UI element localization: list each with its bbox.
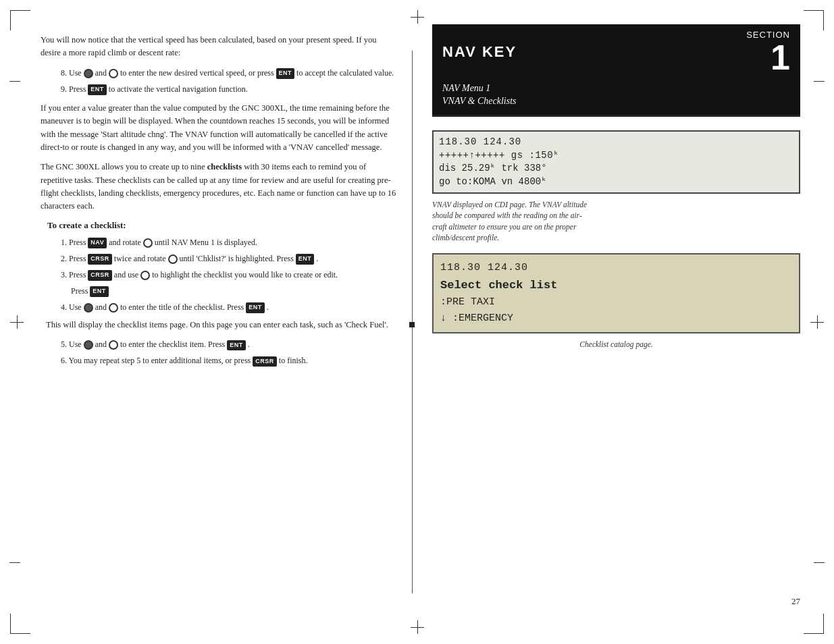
knob-5 <box>109 340 118 350</box>
page-number: 27 <box>791 596 800 607</box>
ent-badge-3: ENT <box>296 254 315 265</box>
screen1-line3: dis 25.29ᵏ trk 338° <box>439 162 793 176</box>
checklist-header: To create a checklist: <box>47 220 398 231</box>
checklist-step-5: 5. Use and to enter the checklist item. … <box>61 338 398 350</box>
screen2-line3: :PRE TAXI <box>440 294 792 311</box>
knob-2 <box>168 254 178 264</box>
crsr-badge-3: CRSR <box>253 356 277 367</box>
checklist-step-3: 3. Press CRSR and use to highlight the c… <box>61 269 398 281</box>
checklist-step-6: 6. You may repeat step 5 to enter additi… <box>61 354 398 367</box>
checklist-step-2: 2. Press CRSR twice and rotate until 'Ch… <box>61 252 398 265</box>
ent-badge-5: ENT <box>246 302 265 313</box>
ent-badge: ENT <box>276 68 295 79</box>
ent-badge-6: ENT <box>227 340 246 351</box>
crsr-badge: CRSR <box>88 254 112 265</box>
screen1-line1: 118.30 124.30 <box>439 136 793 149</box>
knob-filled-3 <box>84 340 93 350</box>
screen2-line2: Select check list <box>440 276 792 294</box>
section-number: 1 <box>746 40 790 75</box>
para2: If you enter a value greater than the va… <box>41 102 398 155</box>
checklist-step-4: 4. Use and to enter the title of the che… <box>61 301 398 313</box>
checklist-display-screen: 118.30 124.30 Select check list :PRE TAX… <box>432 253 800 333</box>
intro-paragraph: You will now notice that the vertical sp… <box>41 34 398 60</box>
knob-4 <box>109 303 118 313</box>
display-note: This will display the checklist items pa… <box>46 319 398 331</box>
vnav-caption: VNAV displayed on CDI page. The VNAV alt… <box>432 199 800 242</box>
nav-key-title: NAV KEY <box>442 43 517 61</box>
knob-filled-2 <box>84 303 93 313</box>
knob-3 <box>140 271 150 280</box>
section-divider <box>432 115 800 117</box>
crsr-badge-2: CRSR <box>88 270 112 281</box>
knob-1 <box>143 238 153 248</box>
step-8: 8. Use and to enter the new desired vert… <box>61 67 398 79</box>
ent-badge-2: ENT <box>88 84 107 95</box>
ent-badge-4: ENT <box>90 286 109 297</box>
para3: The GNC 300XL allows you to create up to… <box>41 161 398 213</box>
checklist-step-1: 1. Press NAV and rotate until NAV Menu 1… <box>61 236 398 248</box>
right-column: NAV KEY SECTION 1 NAV Menu 1 VNAV & Chec… <box>419 20 820 624</box>
left-column: You will now notice that the vertical sp… <box>14 20 419 624</box>
vnav-display-screen: 118.30 124.30 +++++↑+++++ gs :150ᵏ dis 2… <box>432 130 800 194</box>
knob-filled-icon <box>84 69 93 78</box>
column-bullet <box>409 322 415 327</box>
checklist-step-3-sub: Press ENT <box>71 285 398 297</box>
screen2-line4: ↓ :EMERGENCY <box>440 311 792 327</box>
checklist-caption: Checklist catalog page. <box>432 339 800 350</box>
step-9: 9. Press ENT to activate the vertical na… <box>61 83 398 95</box>
screen2-line1: 118.30 124.30 <box>440 260 792 276</box>
knob-circle-icon <box>109 69 118 78</box>
nav-key-header: NAV KEY SECTION 1 <box>432 24 800 80</box>
nav-badge: NAV <box>88 238 107 248</box>
screen1-line4: go to:KOMA vn 4800ᵏ <box>439 176 793 189</box>
screen1-line2: +++++↑+++++ gs :150ᵏ <box>439 149 793 163</box>
nav-key-subtitle: NAV Menu 1 VNAV & Checklists <box>432 80 800 115</box>
